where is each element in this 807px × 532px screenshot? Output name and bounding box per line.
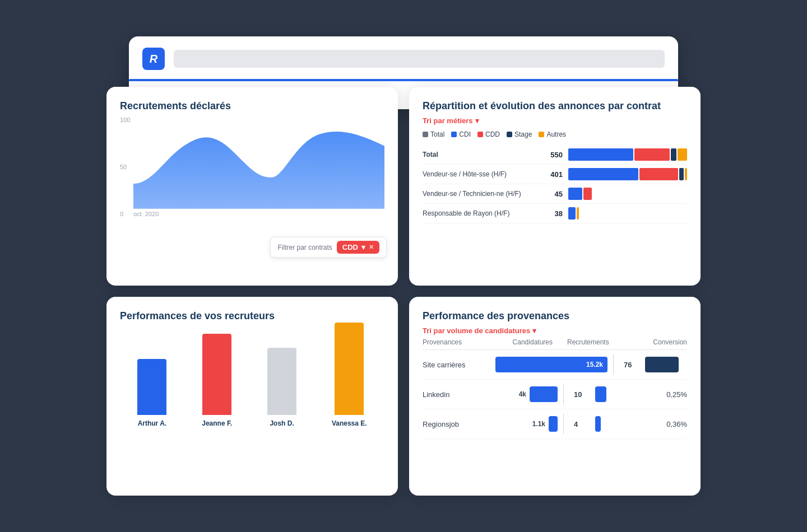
prov-row-site: Site carrières 15.2k 76 0,50% [423, 350, 687, 380]
card-performances: Performances de vos recruteurs Arthur A.… [106, 297, 398, 496]
repartition-table: Total 550 Vendeur-se / Hôte-sse (H/F) 40… [423, 145, 687, 223]
cand-val-linkedin: 4k [519, 390, 526, 398]
rep-bar-total [568, 148, 687, 161]
card-recrutements: Recrutements déclarés 100 50 0 oct. 2020 [106, 87, 398, 286]
conv-regionsjob: 0,36% [648, 420, 687, 428]
rep-row-vendeur2: Vendeur-se / Technicien-ne (H/F) 45 [423, 184, 687, 204]
card-repartition: Répartition et évolution des annonces pa… [409, 87, 701, 286]
legend-cdd: CDD [477, 130, 500, 138]
recr-area-linkedin: 10 [569, 386, 642, 402]
legend-dot-cdd [477, 132, 483, 137]
col-cand: Candidatures [495, 338, 553, 346]
area-chart [133, 121, 384, 209]
perf-title: Performances de vos recruteurs [120, 310, 384, 322]
prov-sort-arrow-icon: ▾ [532, 326, 536, 335]
name-josh: Josh D. [270, 419, 294, 427]
recr-area-regionsjob: 4 [569, 416, 642, 432]
y-label-50: 50 [120, 164, 127, 170]
col-source: Provenances [423, 338, 490, 346]
source-linkedin: Linkedin [423, 390, 490, 399]
prov-title: Performance des provenances [423, 310, 687, 322]
divider-regionsjob [563, 414, 564, 434]
source-regionsjob: Regionsjob [423, 420, 490, 428]
recr-val-site: 76 [624, 361, 641, 369]
cdd-filter-badge[interactable]: CDD ▾ ✕ [337, 241, 379, 254]
y-label-0: 0 [120, 211, 123, 217]
close-icon[interactable]: ✕ [369, 244, 374, 251]
dropdown-arrow: ▾ [361, 243, 365, 251]
prov-sort[interactable]: Tri par volume de candidatures ▾ [423, 326, 687, 335]
recr-area-site: 76 [619, 357, 692, 372]
recr-bar-linkedin [595, 386, 606, 402]
prov-header: Provenances Candidatures Recrutements Co… [423, 335, 687, 350]
recr-bar-regionsjob [595, 416, 601, 432]
name-jeanne: Jeanne F. [202, 419, 232, 427]
dashboard-grid: Recrutements déclarés 100 50 0 oct. 2020 [95, 87, 712, 496]
cand-val-site: 15.2k [586, 361, 603, 368]
col-recr: Recrutements [558, 338, 637, 346]
cdd-value: CDD [342, 243, 358, 251]
col-conv: Conversion [642, 338, 687, 346]
perf-bar-chart: Arthur A. Jeanne F. Josh D. Vanessa E. [120, 331, 384, 432]
legend-dot-total [423, 132, 428, 137]
perf-col-arthur: Arthur A. [137, 359, 166, 427]
cand-bar-site: 15.2k [495, 357, 607, 372]
recr-val-linkedin: 10 [574, 390, 591, 399]
divider-site [613, 354, 614, 375]
prov-row-linkedin: Linkedin 4k 10 0,25% [423, 380, 687, 409]
rep-bar-rayon [568, 207, 687, 220]
source-site: Site carrières [423, 361, 490, 369]
legend-stage: Stage [507, 130, 532, 138]
cand-val-regionsjob: 1.1k [532, 420, 545, 428]
divider-linkedin [563, 384, 564, 404]
bar-jeanne [202, 334, 231, 415]
cand-area-site: 15.2k [495, 357, 607, 372]
bar-arthur [137, 359, 166, 415]
perf-col-jeanne: Jeanne F. [202, 334, 232, 427]
filter-badge[interactable]: Filtrer par contrats CDD ▾ ✕ [270, 237, 387, 258]
rep-bar-vendeur2 [568, 188, 687, 200]
bar-josh [267, 348, 296, 415]
cand-area-regionsjob: 1.1k [495, 416, 558, 432]
name-vanessa: Vanessa E. [332, 419, 367, 427]
legend-dot-cdi [451, 132, 457, 137]
recrut-chart: 100 50 0 oct. 2020 [120, 116, 384, 217]
sort-arrow-icon: ▾ [475, 116, 479, 125]
legend-dot-stage [507, 132, 512, 137]
y-label-100: 100 [120, 116, 130, 123]
bar-vanessa [335, 323, 364, 415]
cand-area-linkedin: 4k [495, 386, 558, 402]
cand-bar-linkedin [530, 386, 558, 402]
filter-label: Filtrer par contrats [277, 244, 332, 251]
legend-row: Total CDI CDD Stage Autres [423, 130, 687, 138]
perf-col-josh: Josh D. [267, 348, 296, 427]
card-provenances: Performance des provenances Tri par volu… [409, 297, 701, 496]
repartition-title: Répartition et évolution des annonces pa… [423, 100, 687, 112]
legend-total: Total [423, 130, 444, 138]
rep-row-total: Total 550 [423, 145, 687, 165]
app-logo: R [142, 48, 165, 70]
rep-row-rayon: Responsable de Rayon (H/F) 38 [423, 204, 687, 223]
prov-row-regionsjob: Regionsjob 1.1k 4 0,36% [423, 409, 687, 439]
rep-row-vendeur1: Vendeur-se / Hôte-sse (H/F) 401 [423, 165, 687, 184]
address-bar[interactable] [174, 50, 665, 68]
x-label-oct: oct. 2020 [133, 211, 159, 217]
cand-bar-regionsjob [549, 416, 558, 432]
tab-indicator [129, 79, 678, 81]
perf-col-vanessa: Vanessa E. [332, 323, 367, 427]
recr-bar-site [645, 357, 679, 372]
name-arthur: Arthur A. [138, 419, 167, 427]
conv-linkedin: 0,25% [648, 390, 687, 399]
conv-site: 0,50% [698, 361, 701, 369]
recrut-title: Recrutements déclarés [120, 100, 384, 112]
rep-bar-vendeur1 [568, 168, 687, 180]
legend-autres: Autres [539, 130, 566, 138]
repartition-sort[interactable]: Tri par métiers ▾ [423, 116, 687, 125]
recr-val-regionsjob: 4 [574, 420, 591, 428]
legend-cdi: CDI [451, 130, 471, 138]
legend-dot-autres [539, 132, 544, 137]
